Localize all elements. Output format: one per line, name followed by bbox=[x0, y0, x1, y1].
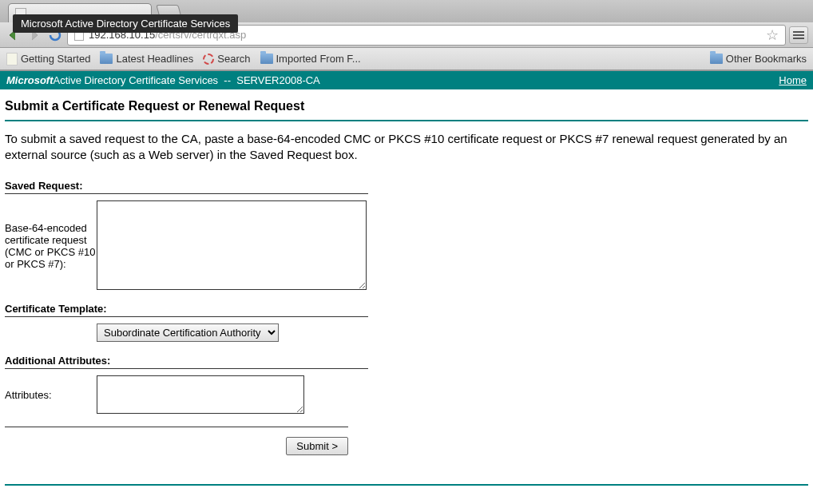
adcs-label: Active Directory Certificate Services bbox=[54, 74, 219, 86]
submit-button[interactable]: Submit > bbox=[286, 437, 348, 455]
svg-rect-2 bbox=[793, 38, 804, 39]
bookmark-label: Latest Headlines bbox=[116, 53, 193, 65]
page-content: Submit a Certificate Request or Renewal … bbox=[0, 89, 813, 495]
additional-attributes-section-label: Additional Attributes: bbox=[5, 355, 368, 369]
bookmark-label: Other Bookmarks bbox=[726, 53, 807, 65]
browser-tab[interactable]: Microsoft Active Directory Certificate S… bbox=[8, 3, 152, 22]
tab-bar: Microsoft Active Directory Certificate S… bbox=[0, 0, 813, 22]
page-title: Submit a Certificate Request or Renewal … bbox=[5, 99, 808, 121]
attributes-textarea[interactable] bbox=[97, 375, 304, 414]
folder-icon bbox=[100, 54, 113, 64]
separator: -- bbox=[218, 74, 236, 86]
bookmark-label: Getting Started bbox=[21, 53, 90, 65]
template-spacer bbox=[5, 323, 97, 342]
saved-request-textarea[interactable] bbox=[97, 200, 367, 290]
bookmark-bar: Getting Started Latest Headlines Search … bbox=[0, 48, 813, 70]
server-name: SERVER2008-CA bbox=[236, 74, 320, 86]
bookmark-label: Search bbox=[217, 53, 250, 65]
svg-rect-0 bbox=[793, 31, 804, 33]
bookmark-other[interactable]: Other Bookmarks bbox=[710, 53, 807, 65]
tab-tooltip: Microsoft Active Directory Certificate S… bbox=[13, 14, 238, 33]
bookmark-imported[interactable]: Imported From F... bbox=[260, 53, 361, 65]
svg-rect-1 bbox=[793, 34, 804, 36]
submit-row: Submit > bbox=[5, 427, 348, 455]
certificate-template-select[interactable]: Subordinate Certification Authority bbox=[97, 323, 279, 342]
browser-chrome: Microsoft Active Directory Certificate S… bbox=[0, 0, 813, 71]
bookmark-latest-headlines[interactable]: Latest Headlines bbox=[100, 53, 193, 65]
page-header: Microsoft Active Directory Certificate S… bbox=[0, 71, 813, 89]
attributes-field-label: Attributes: bbox=[5, 375, 97, 414]
bookmark-getting-started[interactable]: Getting Started bbox=[6, 53, 90, 65]
certificate-template-section-label: Certificate Template: bbox=[5, 303, 368, 317]
page-description: To submit a saved request to the CA, pas… bbox=[5, 131, 808, 164]
page-icon bbox=[6, 53, 18, 65]
home-link[interactable]: Home bbox=[779, 74, 807, 86]
saved-request-field-label: Base-64-encoded certificate request (CMC… bbox=[5, 200, 97, 290]
folder-icon bbox=[710, 54, 723, 64]
bottom-divider bbox=[5, 484, 808, 486]
saved-request-section-label: Saved Request: bbox=[5, 180, 368, 194]
bookmark-label: Imported From F... bbox=[276, 53, 361, 65]
menu-button[interactable] bbox=[789, 26, 808, 44]
search-icon bbox=[203, 54, 214, 65]
folder-icon bbox=[260, 54, 273, 64]
bookmark-search[interactable]: Search bbox=[203, 53, 250, 65]
bookmark-star-icon[interactable]: ☆ bbox=[766, 26, 779, 44]
microsoft-label: Microsoft bbox=[6, 74, 54, 86]
